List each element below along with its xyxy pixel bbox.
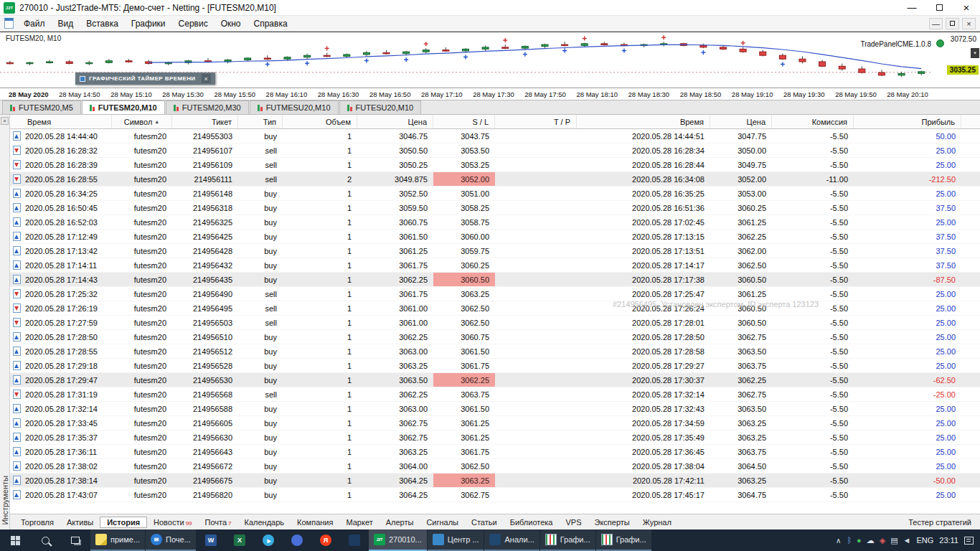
history-row[interactable]: 2020.05.28 17:27:59futesm20214956503sell… xyxy=(10,316,980,330)
start-button[interactable] xyxy=(0,529,30,551)
chart-window-tab[interactable]: FUTMESU20,M10 xyxy=(250,100,339,114)
history-row[interactable]: 2020.05.28 17:43:07futesm20214956820buy1… xyxy=(10,488,980,502)
history-row[interactable]: 2020.05.28 17:29:18futesm20214956528buy1… xyxy=(10,359,980,373)
column-header[interactable]: Цена xyxy=(357,115,433,128)
toolbox-tab[interactable]: Статьи xyxy=(465,517,504,528)
history-row[interactable]: 2020.05.28 17:13:42futesm20214956428buy1… xyxy=(10,244,980,258)
column-header[interactable]: Прибыль xyxy=(854,115,961,128)
history-row[interactable]: 2020.05.28 14:44:40futesm20214955303buy1… xyxy=(10,129,980,143)
menu-item[interactable]: Вид xyxy=(52,19,80,29)
taskbar-chart-button[interactable]: Графи... xyxy=(596,529,651,551)
column-header[interactable]: Тип xyxy=(238,115,283,128)
menu-item[interactable]: Вставка xyxy=(80,19,125,29)
timer-close-icon[interactable]: × xyxy=(202,74,211,83)
minimize-button[interactable]: — xyxy=(898,0,925,15)
history-row[interactable]: 2020.05.28 16:28:55futesm20214956111sell… xyxy=(10,172,980,187)
taskbar-analytics-button[interactable]: Анали... xyxy=(484,529,539,551)
history-row[interactable]: 2020.05.28 17:33:45futesm20214956605buy1… xyxy=(10,416,980,430)
history-row[interactable]: 2020.05.28 17:28:55futesm20214956512buy1… xyxy=(10,344,980,359)
history-row[interactable]: 2020.05.28 16:52:03futesm20214956325buy1… xyxy=(10,215,980,230)
taskbar-excel-button[interactable]: X xyxy=(225,529,254,551)
time-axis[interactable]: 28 May 202028 May 14:5028 May 15:1028 Ma… xyxy=(0,88,980,100)
column-header[interactable]: S / L xyxy=(433,115,495,128)
column-header[interactable]: Время xyxy=(577,115,710,128)
history-row[interactable]: 2020.05.28 16:34:25futesm20214956148buy1… xyxy=(10,187,980,201)
toolbox-tab[interactable]: VPS xyxy=(559,517,588,528)
menu-item[interactable]: Файл xyxy=(17,19,52,29)
column-header[interactable]: Тикет xyxy=(172,115,238,128)
chart-window-tab[interactable]: FUTESM20,M30 xyxy=(166,100,249,114)
maximize-button[interactable] xyxy=(925,0,953,15)
child-minimize-button[interactable]: — xyxy=(929,18,943,29)
clock[interactable]: 23:11 xyxy=(939,536,958,545)
history-row[interactable]: 2020.05.28 17:29:47futesm20214956530buy1… xyxy=(10,373,980,387)
toolbox-tab[interactable]: Компания xyxy=(291,517,339,528)
taskbar-app-dark-button[interactable] xyxy=(340,529,369,551)
history-row[interactable]: 2020.05.28 16:28:39futesm20214956109sell… xyxy=(10,158,980,172)
taskbar-center-button[interactable]: Центр ... xyxy=(428,529,484,551)
tray-icon[interactable]: ● xyxy=(857,537,862,545)
search-button[interactable] xyxy=(30,529,60,551)
chart-window-tab[interactable]: FUTESM20,M10 xyxy=(82,100,165,114)
history-row[interactable]: 2020.05.28 16:50:45futesm20214956318buy1… xyxy=(10,201,980,215)
toolbox-tab[interactable]: Торговля xyxy=(14,517,60,528)
taskbar-yandex-button[interactable]: Я xyxy=(311,529,340,551)
toolbox-tab[interactable]: Активы xyxy=(60,517,100,528)
taskbar-chart-button[interactable]: Графи... xyxy=(540,529,595,551)
history-row[interactable]: 2020.05.28 17:28:50futesm20214956510buy1… xyxy=(10,330,980,344)
tray-icon[interactable]: ▤ xyxy=(890,537,897,545)
menu-item[interactable]: Сервис xyxy=(172,19,215,29)
history-row[interactable]: 2020.05.28 17:32:14futesm20214956588buy1… xyxy=(10,402,980,416)
column-header[interactable]: Цена xyxy=(710,115,772,128)
toolbox-tab[interactable]: Журнал xyxy=(636,517,678,528)
child-close-button[interactable]: × xyxy=(962,18,976,29)
history-row[interactable]: 2020.05.28 17:26:19futesm20214956495sell… xyxy=(10,301,980,316)
menu-item[interactable]: Справка xyxy=(248,19,294,29)
column-header[interactable]: Символ▲ xyxy=(112,115,172,128)
history-row[interactable]: 2020.05.28 16:28:32futesm20214956107sell… xyxy=(10,143,980,158)
history-row[interactable]: 2020.05.28 17:38:02futesm20214956672buy1… xyxy=(10,459,980,474)
toolbox-tab[interactable]: Новости99 xyxy=(147,517,199,528)
column-header[interactable]: Время xyxy=(10,115,112,128)
toolbox-tab[interactable]: Сигналы xyxy=(420,517,465,528)
history-row[interactable]: 2020.05.28 17:38:14futesm20214956675buy1… xyxy=(10,474,980,488)
taskbar-j2t-button[interactable]: J2T270010... xyxy=(369,529,427,551)
toolbox-tab[interactable]: Почта7 xyxy=(199,517,238,528)
toolbox-tab[interactable]: Библиотека xyxy=(504,517,560,528)
toolbox-close-icon[interactable]: × xyxy=(1,117,9,125)
history-row[interactable]: 2020.05.28 17:25:32futesm20214956490sell… xyxy=(10,287,980,301)
history-row[interactable]: 2020.05.28 17:31:19futesm20214956568sell… xyxy=(10,387,980,402)
chart-window-tab[interactable]: FUTESM20,M5 xyxy=(2,100,81,114)
chart-area[interactable]: FUTESM20, M10 TradePanelCME.1.0.8 3072.5… xyxy=(0,32,980,88)
taskbar-telegram-button[interactable]: ▸ xyxy=(254,529,283,551)
tray-icon[interactable]: ☁ xyxy=(867,537,875,545)
toolbox-tab[interactable]: Эксперты xyxy=(588,517,636,528)
column-header[interactable]: Комиссия xyxy=(772,115,854,128)
toolbox-tab[interactable]: История xyxy=(100,517,147,528)
chart-scroll-icon[interactable]: ▾ xyxy=(971,48,979,58)
taskbar-app-blue-button[interactable] xyxy=(283,529,311,551)
taskbar-mail-button[interactable]: ✉Поче... xyxy=(146,529,196,551)
history-row[interactable]: 2020.05.28 17:14:43futesm20214956435buy1… xyxy=(10,273,980,287)
child-restore-button[interactable] xyxy=(946,18,959,29)
close-button[interactable]: × xyxy=(953,0,980,15)
tray-icon[interactable]: ᛒ xyxy=(847,537,852,545)
column-header[interactable]: T / P xyxy=(495,115,577,128)
history-row[interactable]: 2020.05.28 17:35:37futesm20214956630buy1… xyxy=(10,430,980,445)
taskbar-sticky-button[interactable]: приме... xyxy=(90,529,145,551)
taskbar-word-button[interactable]: W xyxy=(197,529,225,551)
tray-icon[interactable]: ◈ xyxy=(880,537,885,545)
tray-expand-icon[interactable]: ∧ xyxy=(836,537,841,545)
task-view-button[interactable] xyxy=(60,529,90,551)
history-row[interactable]: 2020.05.28 17:12:49futesm20214956425buy1… xyxy=(10,230,980,244)
column-header[interactable]: Объем xyxy=(283,115,357,128)
timer-overlay-window[interactable]: ГРАФИЧЕСКИЙ ТАЙМЕР ВРЕМЕНИ × xyxy=(75,72,215,85)
action-center-icon[interactable] xyxy=(964,537,974,545)
tradepanel-icon[interactable] xyxy=(936,39,944,47)
tray-icon[interactable]: ◄ xyxy=(903,537,911,545)
toolbox-tab[interactable]: Календарь xyxy=(238,517,291,528)
chart-window-tab[interactable]: FUTESU20,M10 xyxy=(339,100,422,114)
toolbox-tab[interactable]: Маркет xyxy=(339,517,379,528)
history-row[interactable]: 2020.05.28 17:36:11futesm20214956643buy1… xyxy=(10,445,980,459)
menu-item[interactable]: Окно xyxy=(215,19,248,29)
